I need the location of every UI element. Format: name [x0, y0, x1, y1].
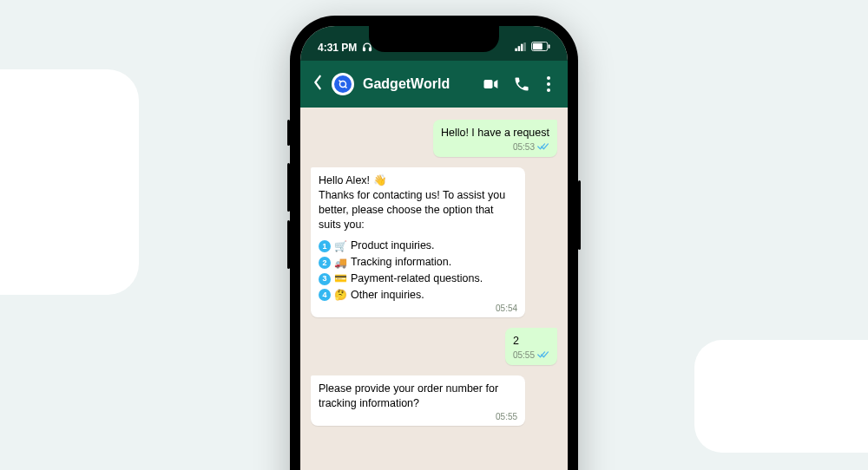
phone-notch — [369, 26, 499, 52]
phone-side-button — [578, 180, 581, 250]
svg-rect-10 — [484, 80, 493, 88]
message-text: Hello! I have a request — [441, 127, 549, 139]
message-bubble[interactable]: Hello Alex! 👋 Thanks for contacting us! … — [311, 167, 525, 317]
status-time: 4:31 PM — [318, 42, 357, 54]
back-icon[interactable] — [312, 75, 323, 94]
bot-option: 3 💳 Payment-related questions. — [319, 271, 517, 286]
message-in: Hello Alex! 👋 Thanks for contacting us! … — [311, 167, 557, 317]
bot-option: 1 🛒 Product inquiries. — [319, 238, 517, 253]
svg-point-9 — [340, 82, 346, 88]
svg-rect-7 — [533, 43, 542, 49]
thinking-icon: 🤔 — [334, 288, 347, 302]
card-icon: 💳 — [334, 271, 347, 285]
phone-side-button — [287, 163, 290, 212]
message-bubble[interactable]: Please provide your order number for tra… — [311, 375, 525, 426]
message-bubble[interactable]: Hello! I have a request 05:53 — [433, 120, 557, 157]
avatar[interactable] — [332, 73, 354, 95]
svg-rect-4 — [521, 44, 523, 51]
option-number: 4 — [319, 289, 331, 301]
option-number: 1 — [319, 240, 331, 252]
message-text: Hello Alex! 👋 Thanks for contacting us! … — [319, 174, 509, 231]
option-number: 3 — [319, 273, 331, 285]
message-text: Please provide your order number for tra… — [319, 382, 502, 409]
option-label: Product inquiries. — [351, 238, 435, 253]
option-number: 2 — [319, 257, 331, 269]
chat-body[interactable]: Hello! I have a request 05:53 Hello Alex… — [300, 108, 568, 470]
svg-rect-8 — [549, 44, 550, 49]
svg-rect-2 — [515, 49, 517, 51]
chat-header: GadgetWorld — [300, 61, 568, 108]
message-time: 05:55 — [513, 351, 535, 360]
truck-icon: 🚚 — [334, 256, 347, 270]
message-time: 05:54 — [496, 304, 517, 313]
message-in: Please provide your order number for tra… — [311, 375, 557, 426]
option-label: Other inquiries. — [351, 288, 424, 303]
read-ticks-icon — [537, 350, 549, 361]
message-out: 2 05:55 — [311, 328, 557, 365]
avatar-icon — [334, 75, 352, 93]
more-icon[interactable] — [542, 76, 556, 92]
bg-decor-left — [0, 69, 139, 295]
phone-side-button — [287, 220, 290, 269]
bot-option: 4 🤔 Other inquiries. — [319, 288, 517, 303]
svg-rect-3 — [518, 46, 521, 51]
signal-icon — [515, 42, 527, 54]
battery-icon — [531, 42, 550, 54]
bot-options: 1 🛒 Product inquiries. 2 🚚 Tracking info… — [319, 238, 517, 303]
option-label: Payment-related questions. — [351, 271, 483, 286]
video-call-icon[interactable] — [479, 75, 502, 93]
message-text: 2 — [513, 335, 519, 347]
chat-title[interactable]: GadgetWorld — [363, 76, 470, 92]
svg-rect-0 — [364, 48, 365, 51]
message-bubble[interactable]: 2 05:55 — [505, 328, 557, 365]
phone-frame: 4:31 PM — [290, 16, 578, 470]
bot-option: 2 🚚 Tracking information. — [319, 255, 517, 270]
bg-decor-right — [694, 340, 868, 453]
svg-rect-5 — [523, 42, 526, 51]
message-out: Hello! I have a request 05:53 — [311, 120, 557, 157]
svg-rect-1 — [370, 48, 372, 51]
svg-marker-11 — [494, 80, 497, 88]
message-time: 05:55 — [496, 413, 517, 421]
message-time: 05:53 — [513, 143, 535, 152]
read-ticks-icon — [537, 142, 549, 153]
option-label: Tracking information. — [351, 255, 451, 270]
phone-screen: 4:31 PM — [300, 26, 568, 470]
phone-side-button — [287, 120, 290, 146]
cart-icon: 🛒 — [334, 239, 347, 253]
voice-call-icon[interactable] — [510, 75, 533, 93]
